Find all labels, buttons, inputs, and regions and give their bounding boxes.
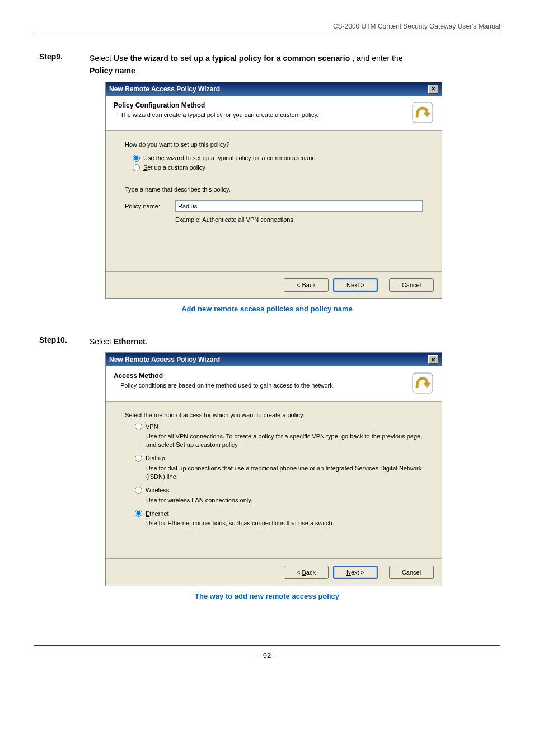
wizard-icon bbox=[411, 372, 434, 394]
step9-bold: Use the wizard to set up a typical polic… bbox=[114, 54, 350, 63]
cancel-button[interactable]: Cancel bbox=[389, 566, 434, 579]
radio-vpn-label: VPN bbox=[146, 423, 158, 430]
dialog2-banner-sub: Policy conditions are based on the metho… bbox=[120, 382, 406, 389]
step9-label: Step9. bbox=[39, 52, 90, 61]
step9-bold2: Policy name bbox=[90, 66, 135, 75]
wireless-desc: Use for wireless LAN connections only. bbox=[146, 496, 423, 505]
opt-ethernet: Ethernet Use for Ethernet connections, s… bbox=[135, 510, 423, 528]
radio-vpn[interactable]: VPN bbox=[135, 423, 423, 430]
dialog1-buttons: < Back Next > Cancel bbox=[106, 271, 442, 298]
opt-vpn: VPN Use for all VPN connections. To crea… bbox=[135, 423, 423, 449]
wizard-icon bbox=[411, 101, 434, 124]
dialog1-titlebar: New Remote Access Policy Wizard ✕ bbox=[106, 82, 442, 96]
radio-custom-policy[interactable]: Set up a custom policy bbox=[133, 164, 423, 171]
step9-row: Step9. Select Use the wizard to set up a… bbox=[39, 52, 500, 77]
manual-header: CS-2000 UTM Content Security Gateway Use… bbox=[34, 22, 500, 35]
policy-name-input[interactable] bbox=[175, 200, 423, 212]
radio-custom-policy-label: Set up a custom policy bbox=[143, 164, 205, 171]
radio-wireless-input[interactable] bbox=[135, 487, 142, 494]
radio-dialup-input[interactable] bbox=[135, 455, 142, 462]
dialog2-title: New Remote Access Policy Wizard bbox=[109, 356, 220, 363]
caption-1: Add new remote access policies and polic… bbox=[34, 305, 500, 313]
page-footer: - 92 - bbox=[34, 645, 500, 660]
dialog2-buttons: < Back Next > Cancel bbox=[106, 558, 442, 586]
radio-dialup-label: Dial-up bbox=[146, 455, 165, 461]
dialog2-banner: Access Method Policy conditions are base… bbox=[106, 366, 442, 402]
cancel-button[interactable]: Cancel bbox=[389, 278, 434, 292]
dialog1-type-label: Type a name that describes this policy. bbox=[125, 186, 423, 193]
policy-name-example: Example: Authenticate all VPN connection… bbox=[175, 216, 423, 223]
back-button[interactable]: < Back bbox=[284, 566, 329, 579]
step10-post: . bbox=[146, 337, 148, 346]
policy-wizard-dialog-1: New Remote Access Policy Wizard ✕ Policy… bbox=[105, 82, 442, 299]
dialup-desc: Use for dial-up connections that use a t… bbox=[146, 464, 423, 481]
dialog1-banner-sub: The wizard can create a typical policy, … bbox=[120, 111, 406, 118]
dialog2-select-text: Select the method of access for which yo… bbox=[125, 412, 423, 418]
policy-wizard-dialog-2: New Remote Access Policy Wizard ✕ Access… bbox=[105, 352, 442, 586]
vpn-desc: Use for all VPN connections. To create a… bbox=[146, 432, 423, 449]
dialog2-banner-title: Access Method bbox=[114, 372, 406, 380]
step10-bold: Ethernet bbox=[114, 337, 146, 346]
caption-2: The way to add new remote access policy bbox=[34, 592, 500, 600]
step10-pre: Select bbox=[90, 337, 114, 346]
radio-vpn-input[interactable] bbox=[135, 423, 142, 430]
dialog1-banner: Policy Configuration Method The wizard c… bbox=[106, 96, 442, 131]
dialog1-body: How do you want to set up this policy? U… bbox=[106, 131, 442, 271]
step10-label: Step10. bbox=[39, 335, 90, 344]
opt-dialup: Dial-up Use for dial-up connections that… bbox=[135, 455, 423, 481]
step9-pre: Select bbox=[90, 54, 114, 63]
back-button[interactable]: < Back bbox=[284, 278, 329, 292]
step10-row: Step10. Select Ethernet. bbox=[39, 335, 500, 348]
close-icon[interactable]: ✕ bbox=[428, 355, 438, 364]
dialog1-banner-title: Policy Configuration Method bbox=[114, 101, 406, 109]
page-number: - 92 - bbox=[259, 651, 275, 660]
radio-ethernet-input[interactable] bbox=[135, 510, 142, 517]
dialog1-title: New Remote Access Policy Wizard bbox=[109, 85, 220, 93]
step9-mid: , and enter the bbox=[350, 54, 402, 63]
radio-use-wizard-input[interactable] bbox=[133, 155, 140, 162]
ethernet-desc: Use for Ethernet connections, such as co… bbox=[146, 519, 423, 528]
dialog2-titlebar: New Remote Access Policy Wizard ✕ bbox=[106, 353, 442, 366]
policy-name-label: Policy name: bbox=[125, 203, 175, 209]
step9-text: Select Use the wizard to set up a typica… bbox=[90, 52, 402, 77]
radio-use-wizard-label: Use the wizard to set up a typical polic… bbox=[143, 155, 316, 161]
radio-ethernet-label: Ethernet bbox=[146, 510, 169, 517]
radio-use-wizard[interactable]: Use the wizard to set up a typical polic… bbox=[133, 155, 423, 162]
policy-name-row: Policy name: bbox=[125, 200, 423, 212]
radio-custom-policy-input[interactable] bbox=[133, 164, 140, 171]
step10-text: Select Ethernet. bbox=[90, 335, 148, 348]
radio-dialup[interactable]: Dial-up bbox=[135, 455, 423, 462]
radio-ethernet[interactable]: Ethernet bbox=[135, 510, 423, 517]
next-button[interactable]: Next > bbox=[333, 566, 378, 579]
close-icon[interactable]: ✕ bbox=[428, 85, 438, 94]
radio-wireless[interactable]: Wireless bbox=[135, 487, 423, 494]
opt-wireless: Wireless Use for wireless LAN connection… bbox=[135, 487, 423, 505]
radio-wireless-label: Wireless bbox=[146, 487, 169, 493]
next-button[interactable]: Next > bbox=[333, 278, 378, 292]
dialog2-body: Select the method of access for which yo… bbox=[106, 402, 442, 558]
dialog1-question: How do you want to set up this policy? bbox=[125, 141, 423, 148]
